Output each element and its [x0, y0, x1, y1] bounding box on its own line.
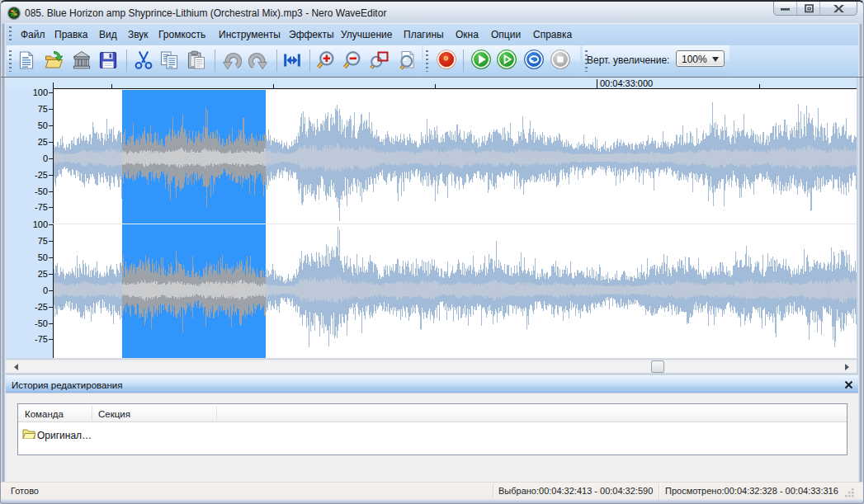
svg-text:-25: -25 [35, 302, 48, 312]
svg-text:-50: -50 [35, 186, 48, 196]
svg-text:75: 75 [38, 236, 48, 246]
svg-text:00:04:33:000: 00:04:33:000 [600, 78, 653, 88]
svg-text:50: 50 [38, 120, 48, 130]
svg-text:-75: -75 [35, 202, 48, 212]
svg-text:25: 25 [38, 269, 48, 279]
svg-text:0: 0 [43, 285, 48, 295]
svg-text:50: 50 [38, 252, 48, 262]
svg-text:0: 0 [43, 153, 48, 163]
svg-text:-75: -75 [35, 334, 48, 344]
svg-text:-25: -25 [35, 170, 48, 180]
svg-text:100: 100 [33, 87, 48, 97]
svg-text:75: 75 [38, 104, 48, 114]
svg-text:25: 25 [38, 137, 48, 147]
svg-text:100: 100 [33, 219, 48, 229]
svg-text:-50: -50 [35, 318, 48, 328]
